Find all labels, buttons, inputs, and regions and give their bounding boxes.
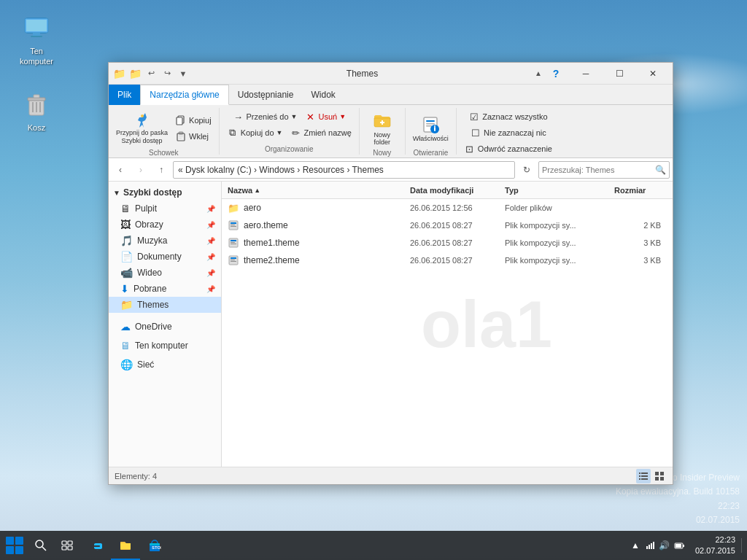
section-quick-access[interactable]: ▼ Szybki dostęp (109, 184, 221, 201)
svg-rect-8 (34, 95, 39, 98)
btn-kopiuj[interactable]: Kopiuj (172, 113, 214, 128)
col-date[interactable]: Data modyfikacji (404, 186, 499, 195)
search-input[interactable] (539, 166, 651, 174)
file-name-cell: aero.theme (222, 219, 404, 231)
delete-icon: ✕ (304, 111, 316, 122)
col-name[interactable]: Nazwa ▲ (222, 186, 404, 195)
tab-udostepnianie[interactable]: Udostępnianie (229, 85, 303, 105)
qat-undo-btn[interactable]: ↩ (144, 66, 158, 81)
svg-rect-44 (641, 475, 648, 477)
tab-widok[interactable]: Widok (302, 85, 344, 105)
file-row[interactable]: theme1.theme 26.06.2015 08:27 Plik kompo… (222, 234, 673, 252)
pin-indicator3: 📌 (206, 237, 215, 245)
tray-volume[interactable]: 🔊 (657, 538, 672, 553)
computer-icon-label: Ten komputer (14, 46, 59, 67)
status-text: Elementy: 4 (115, 472, 157, 481)
file-size-cell: 3 KB (608, 238, 667, 247)
deselect-icon: ☐ (470, 127, 481, 139)
taskbar-edge-btn[interactable] (82, 531, 111, 560)
view-details-btn[interactable] (636, 469, 651, 483)
sidebar-item-wideo[interactable]: 📹 Wideo 📌 (109, 265, 221, 281)
tray-battery[interactable] (672, 538, 686, 553)
btn-nie-zaznaczaj[interactable]: ☐ Nie zaznaczaj nic (467, 125, 549, 140)
show-desktop-btn[interactable] (741, 538, 747, 553)
taskbar-search-btn[interactable] (29, 534, 53, 557)
svg-rect-66 (676, 544, 681, 548)
btn-nowy-folder[interactable]: Nowyfolder (364, 109, 400, 147)
desktop-icon-trash[interactable]: Kosz (11, 88, 62, 136)
tray-chevron[interactable]: ▲ (628, 538, 643, 553)
search-icon[interactable]: 🔍 (651, 161, 669, 179)
windows-logo (6, 537, 23, 554)
taskbar-taskview-btn[interactable] (53, 531, 82, 560)
properties-icon (420, 114, 441, 135)
btn-przenies[interactable]: → Przenieś do ▼ (229, 109, 300, 124)
file-row[interactable]: aero.theme 26.06.2015 08:27 Plik kompozy… (222, 217, 673, 234)
sidebar-item-dokumenty[interactable]: 📄 Dokumenty 📌 (109, 249, 221, 265)
sidebar-item-obrazy[interactable]: 🖼 Obrazy 📌 (109, 217, 221, 233)
file-row[interactable]: 📁 aero 26.06.2015 12:56 Folder plików (222, 199, 673, 217)
pin-icon (132, 112, 152, 129)
taskbar-store-btn[interactable]: STORE (140, 531, 169, 560)
theme-file-icon3 (228, 254, 239, 266)
sidebar-item-pulpit[interactable]: 🖥 Pulpit 📌 (109, 201, 221, 217)
btn-zaznacz-wszystko[interactable]: ☑ Zaznacz wszystko (465, 109, 550, 124)
sidebar-item-dokumenty-label: Dokumenty (137, 252, 182, 262)
col-size[interactable]: Rozmiar (608, 186, 667, 195)
close-btn[interactable]: ✕ (636, 63, 670, 85)
sidebar-item-themes[interactable]: 📁 Themes (109, 297, 221, 313)
file-row[interactable]: theme2.theme 26.06.2015 08:27 Plik kompo… (222, 252, 673, 269)
help-btn[interactable]: ? (546, 68, 566, 79)
btn-zmien-nazwe[interactable]: ✏ Zmień nazwę (287, 125, 354, 140)
file-list: ola1 Nazwa ▲ Data modyfikacji Typ Rozmia… (222, 182, 673, 467)
sidebar-item-pobrane[interactable]: ⬇ Pobrane 📌 (109, 281, 221, 297)
view-tiles-btn[interactable] (652, 469, 667, 483)
org-buttons: → Przenieś do ▼ ✕ Usuń ▼ (224, 109, 355, 144)
tab-narzedzia[interactable]: Narzędzia główne (140, 85, 228, 105)
search-box: 🔍 (538, 161, 670, 179)
svg-rect-40 (231, 261, 236, 262)
maximize-btn[interactable]: ☐ (603, 63, 636, 85)
svg-rect-54 (68, 541, 72, 545)
address-path[interactable]: « Dysk lokalny (C:) › Windows › Resource… (173, 161, 515, 179)
pin-indicator5: 📌 (206, 269, 215, 277)
btn-usun[interactable]: ✕ Usuń ▼ (301, 109, 349, 124)
start-button[interactable] (0, 531, 29, 560)
btn-nowy-label: Nowyfolder (374, 131, 391, 146)
btn-odwroc[interactable]: ⊡ Odwróć zaznaczenie (461, 141, 555, 156)
qat-btn2[interactable]: 📁 (128, 66, 142, 81)
svg-rect-23 (426, 120, 435, 122)
svg-rect-5 (31, 36, 42, 37)
col-type[interactable]: Typ (499, 186, 608, 195)
btn-kopiuj-do[interactable]: ⧉ Kopiuj do ▼ (224, 125, 286, 140)
sidebar-item-onedrive[interactable]: ☁ OneDrive (109, 319, 221, 335)
sidebar-item-muzyka[interactable]: 🎵 Muzyka 📌 (109, 233, 221, 249)
qat-redo-btn[interactable]: ↪ (160, 66, 174, 81)
tab-plik[interactable]: Plik (109, 85, 140, 105)
sidebar-item-network[interactable]: 🌐 Sieć (109, 357, 221, 373)
btn-przypnij[interactable]: Przypnij do paskaSzybki dostęp (113, 109, 171, 147)
btn-wlasciwosci[interactable]: Właściwości (410, 109, 452, 147)
refresh-btn[interactable]: ↻ (518, 161, 535, 179)
select-all-icon: ☑ (468, 111, 480, 122)
ribbon-collapse-btn[interactable]: ▲ (531, 69, 546, 77)
up-btn[interactable]: ↑ (152, 161, 170, 179)
file-name-cell: theme2.theme (222, 254, 404, 266)
qat-folder-btn[interactable]: 📁 (112, 66, 126, 81)
qat-dropdown-btn[interactable]: ▼ (176, 66, 190, 81)
group-nowy: Nowyfolder Nowy (360, 108, 406, 155)
sidebar-item-computer[interactable]: 🖥 Ten komputer (109, 338, 221, 354)
otwieranie-buttons: Właściwości (410, 109, 452, 147)
back-btn[interactable]: ‹ (112, 161, 129, 179)
svg-rect-50 (660, 477, 664, 481)
desktop-icon-computer[interactable]: Ten komputer (11, 11, 62, 70)
btn-wklej[interactable]: Wklej (172, 129, 214, 144)
pin-indicator: 📌 (206, 205, 215, 213)
minimize-btn[interactable]: ─ (569, 63, 603, 85)
title-bar: 📁 📁 ↩ ↪ ▼ Themes ▲ ? ─ ☐ ✕ (109, 63, 673, 85)
theme-file-icon2 (228, 237, 239, 249)
taskbar-clock[interactable]: 22:23 02.07.2015 (689, 534, 741, 557)
taskbar-explorer-btn[interactable] (111, 531, 140, 560)
tray-network[interactable] (643, 538, 657, 553)
group-schowek-label: Schowek (149, 149, 179, 157)
